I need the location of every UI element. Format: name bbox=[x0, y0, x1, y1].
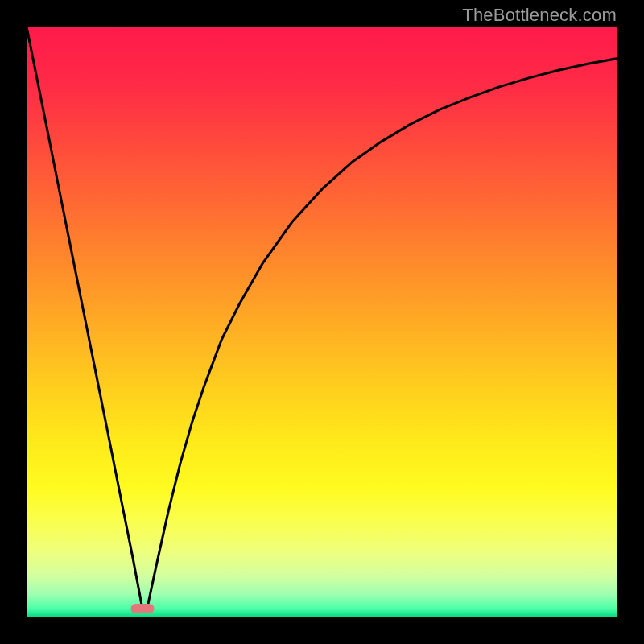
plot-area bbox=[27, 27, 617, 617]
bottleneck-min-marker bbox=[130, 604, 154, 613]
bottleneck-curve bbox=[27, 27, 617, 617]
watermark-label: TheBottleneck.com bbox=[462, 5, 617, 26]
